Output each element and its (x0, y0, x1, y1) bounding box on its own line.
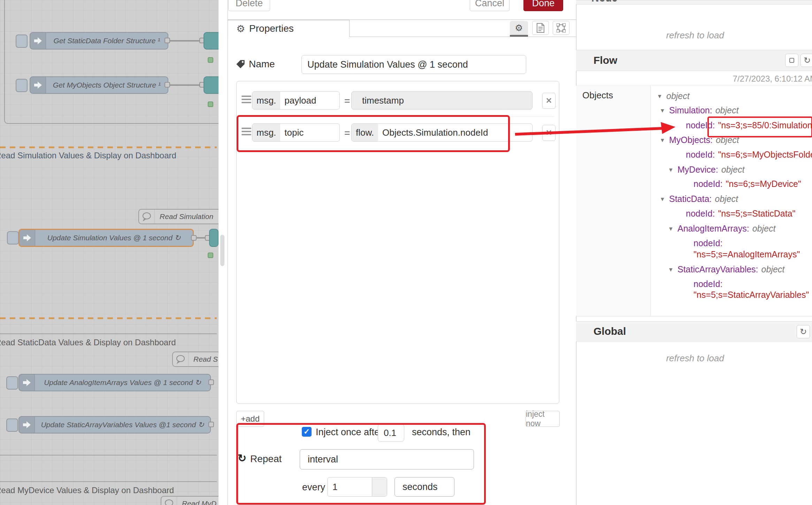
gear-icon: ⚙ (236, 23, 245, 35)
group-label-simulation: Read Simulation Values & Display on Dash… (0, 151, 176, 160)
comment-node[interactable]: Read MyD (161, 496, 219, 505)
inject-node-get-staticdata[interactable]: Get StaticData Folder Structure ¹ (30, 32, 168, 50)
tree-row[interactable]: ▾AnalogItemArrays:object (669, 223, 775, 234)
open-in-window-button[interactable] (785, 54, 798, 67)
drag-handle-icon[interactable] (242, 96, 251, 103)
context-timestamp: 7/27/2023, 6:10:12 AM (733, 74, 812, 84)
drag-handle-icon[interactable] (242, 128, 251, 135)
type-prefix-label: flow. (356, 127, 374, 138)
vertical-scrollbar[interactable] (220, 235, 224, 266)
tree-row[interactable]: ▾StaticArrayVariables:object (669, 263, 784, 275)
opcua-node[interactable] (204, 32, 219, 50)
global-section-header[interactable]: Global ↻ (576, 321, 812, 341)
properties-view-button[interactable]: ⚙ (510, 21, 528, 35)
inject-button[interactable] (6, 376, 18, 390)
appearance-button[interactable] (553, 21, 569, 35)
inject-button[interactable] (6, 419, 18, 432)
done-button[interactable]: Done (523, 0, 563, 11)
cancel-button[interactable]: Cancel (470, 0, 510, 11)
remove-rule-button[interactable]: ✕ (542, 125, 556, 141)
flow-canvas[interactable]: Get StaticData Folder Structure ¹ Get My… (0, 0, 219, 505)
comment-label: Read Simulation (155, 212, 213, 221)
tab-properties[interactable]: ⚙ Properties (228, 20, 350, 37)
refresh-global-button[interactable]: ↻ (797, 325, 810, 338)
interval-value-stepper[interactable]: 1 (327, 477, 387, 497)
tree-caret-icon[interactable]: ▾ (661, 106, 669, 114)
rule-property-input[interactable]: msg. payload (252, 91, 340, 110)
tree-row-simulation-nodeid[interactable]: nodeId:"ns=3;s=85/0:Simulation" (677, 119, 812, 131)
stepper-up-button[interactable] (372, 477, 387, 487)
tag-icon (236, 59, 245, 69)
tree-row[interactable]: "ns=5;s=AnalogItemArrays" (685, 248, 800, 260)
tree-row[interactable]: nodeId:"ns=5;s=StaticData" (677, 208, 795, 219)
tree-row[interactable]: nodeId: (685, 237, 726, 249)
node-port[interactable] (164, 82, 170, 88)
inject-node-get-myobjects[interactable]: Get MyObjects Object Structure ¹ (30, 76, 168, 94)
tree-row[interactable]: ▾Simulation:object (661, 104, 738, 116)
node-group-border (4, 0, 219, 124)
inject-once-suffix: seconds, then (412, 427, 470, 438)
add-rule-button[interactable]: +add (236, 411, 264, 427)
refresh-flow-button[interactable]: ↻ (800, 54, 812, 67)
node-section-title: Node (591, 0, 618, 4)
stepper-down-button[interactable] (372, 487, 387, 496)
flow-section-header[interactable]: Flow ↻ (576, 50, 812, 71)
inject-once-checkbox[interactable]: ✓ (302, 427, 312, 437)
node-status-indicator (208, 252, 213, 258)
tree-row[interactable]: nodeId: (685, 278, 726, 290)
inject-now-button[interactable]: inject now (526, 411, 560, 427)
group-dashed-divider (0, 317, 217, 319)
repeat-select[interactable]: interval (300, 449, 474, 469)
inject-node-update-simulation[interactable]: Update Simulation Values @ 1 second ↻ (18, 229, 194, 247)
inject-once-delay-input[interactable] (378, 424, 404, 442)
node-section-header[interactable]: Node (576, 0, 812, 5)
comment-node[interactable]: Read Simulation (138, 209, 219, 224)
tree-row[interactable]: ▾MyObjects:object (661, 134, 739, 146)
tree-row[interactable]: ▾StaticData:object (661, 193, 738, 205)
interval-value[interactable]: 1 (328, 477, 372, 496)
node-port[interactable] (208, 379, 214, 385)
delete-button[interactable]: Delete (228, 0, 270, 11)
flow-type-prefix[interactable]: flow. (352, 124, 378, 141)
name-input[interactable] (301, 55, 526, 74)
group-border-line (0, 333, 217, 334)
tree-bottom-divider (576, 316, 812, 316)
rule-value: Objects.Simulation.nodeId (378, 127, 488, 138)
inject-button[interactable] (16, 35, 28, 48)
rule-property-input[interactable]: msg. topic (252, 123, 340, 142)
inject-node-update-staticarrayvariables[interactable]: Update StaticArrayVariables Values @1 se… (18, 416, 211, 434)
inject-once-label: Inject once after (316, 427, 383, 438)
rule-value-input[interactable]: flow. Objects.Simulation.nodeId (351, 123, 533, 142)
tree-caret-icon[interactable]: ▾ (669, 225, 677, 233)
opcua-node[interactable] (204, 76, 219, 94)
document-icon (537, 23, 544, 33)
inject-arrow-icon (19, 375, 35, 391)
comment-node[interactable]: Read S (172, 352, 219, 367)
rule-value-input[interactable]: timestamp (351, 91, 533, 110)
comment-label: Read MyD (177, 499, 216, 505)
tree-caret-icon[interactable]: ▾ (661, 195, 669, 203)
inject-button[interactable] (7, 231, 19, 244)
inject-node-update-analogitemarrays[interactable]: Update AnalogItemArrays Values @ 1 secon… (18, 374, 211, 391)
remove-rule-button[interactable]: ✕ (542, 93, 556, 109)
node-port[interactable] (208, 422, 214, 427)
node-port[interactable] (164, 38, 170, 43)
group-border-line (0, 455, 217, 455)
tree-caret-icon[interactable]: ▾ (658, 92, 666, 100)
name-label: Name (249, 59, 275, 70)
tree-row[interactable]: "ns=5;s=StaticArrayVariables" (685, 289, 809, 301)
interval-unit-select[interactable]: seconds (394, 477, 454, 497)
tree-caret-icon[interactable]: ▾ (669, 166, 677, 174)
flow-section-title: Flow (593, 54, 617, 66)
inject-button[interactable] (16, 79, 28, 92)
tree-row[interactable]: nodeId:"ns=6;s=MyObjectsFolder" (677, 149, 812, 160)
comment-bubble-icon (173, 352, 189, 366)
wire (170, 40, 201, 42)
tree-row[interactable]: nodeId:"ns=6;s=MyDevice" (685, 178, 801, 190)
tree-caret-icon[interactable]: ▾ (661, 136, 669, 144)
description-button[interactable] (532, 21, 549, 35)
tree-row[interactable]: ▾MyDevice:object (669, 164, 744, 175)
opcua-node[interactable] (209, 229, 219, 247)
tree-row[interactable]: ▾object (658, 90, 690, 102)
tree-caret-icon[interactable]: ▾ (669, 265, 677, 273)
